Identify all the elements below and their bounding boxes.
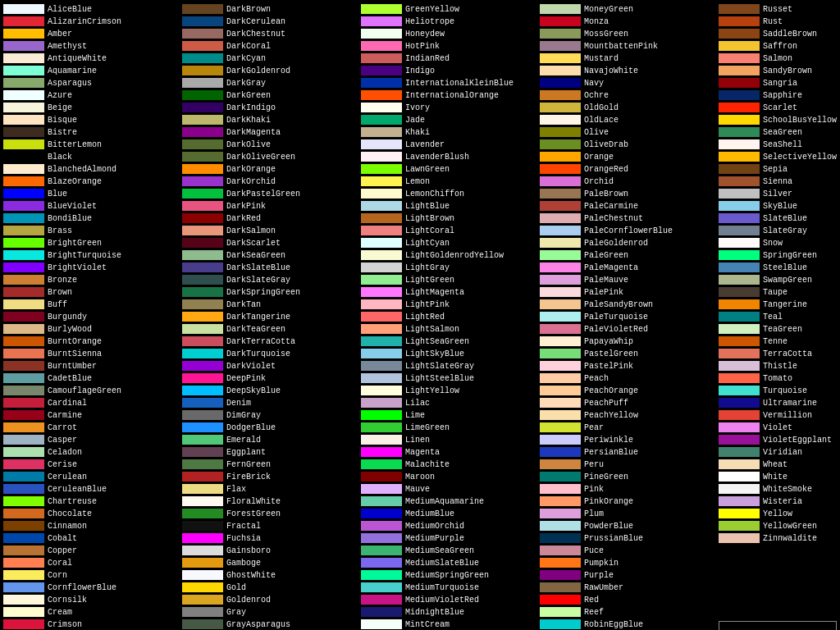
- color-item[interactable]: PaleBrown: [540, 188, 719, 199]
- color-item[interactable]: CadetBlue: [3, 372, 182, 384]
- color-item[interactable]: BurntUmber: [3, 360, 182, 372]
- color-item[interactable]: Heliotrope: [361, 16, 540, 27]
- color-item[interactable]: Fuchsia: [182, 532, 361, 544]
- color-item[interactable]: DarkTeaGreen: [182, 323, 361, 335]
- color-item[interactable]: LightGray: [361, 262, 540, 273]
- color-item[interactable]: LightSkyBlue: [361, 348, 540, 359]
- color-item[interactable]: PinkOrange: [540, 495, 719, 507]
- color-item[interactable]: Gray: [182, 606, 361, 618]
- color-item[interactable]: Silver: [719, 188, 837, 199]
- color-item[interactable]: DarkCyan: [182, 52, 361, 64]
- color-item[interactable]: Saffron: [719, 40, 837, 52]
- color-item[interactable]: LemonChiffon: [361, 188, 540, 199]
- color-item[interactable]: PapayaWhip: [540, 336, 719, 347]
- color-item[interactable]: Peach: [540, 372, 719, 384]
- color-item[interactable]: MediumSlateBlue: [361, 557, 540, 568]
- color-item[interactable]: Snow: [719, 237, 837, 249]
- color-item[interactable]: OldLace: [540, 114, 719, 126]
- color-item[interactable]: Wisteria: [719, 495, 837, 507]
- color-item[interactable]: SeaShell: [719, 139, 837, 150]
- color-item[interactable]: DarkOliveGreen: [182, 151, 361, 162]
- color-item[interactable]: Tomato: [719, 372, 837, 384]
- color-item[interactable]: DarkScarlet: [182, 237, 361, 249]
- color-item[interactable]: Chartreuse: [3, 495, 182, 507]
- color-item[interactable]: PaleTurquoise: [540, 311, 719, 322]
- color-item[interactable]: PaleSandyBrown: [540, 299, 719, 310]
- color-item[interactable]: Reef: [540, 606, 719, 618]
- color-item[interactable]: Aquamarine: [3, 65, 182, 76]
- color-item[interactable]: PaleMagenta: [540, 262, 719, 273]
- color-item[interactable]: Gamboge: [182, 557, 361, 568]
- color-item[interactable]: MossGreen: [540, 28, 719, 39]
- color-item[interactable]: Violet: [719, 422, 837, 433]
- color-item[interactable]: FernGreen: [182, 459, 361, 470]
- color-item[interactable]: Eggplant: [182, 446, 361, 458]
- color-item[interactable]: LightCoral: [361, 225, 540, 236]
- color-item[interactable]: Salmon: [719, 52, 837, 64]
- color-item[interactable]: Puce: [540, 545, 719, 556]
- color-item[interactable]: PaleCornflowerBlue: [540, 225, 719, 236]
- color-item[interactable]: ForestGreen: [182, 508, 361, 519]
- color-item[interactable]: BlueViolet: [3, 200, 182, 212]
- color-item[interactable]: OrangeRed: [540, 163, 719, 175]
- color-item[interactable]: Azure: [3, 89, 182, 101]
- color-item[interactable]: PeachOrange: [540, 385, 719, 396]
- color-item[interactable]: PersianBlue: [540, 446, 719, 458]
- color-item[interactable]: LightSlateGray: [361, 360, 540, 372]
- color-item[interactable]: LightSalmon: [361, 323, 540, 335]
- color-item[interactable]: MediumPurple: [361, 532, 540, 544]
- color-item[interactable]: MoneyGreen: [540, 3, 719, 15]
- color-item[interactable]: Cardinal: [3, 397, 182, 409]
- color-item[interactable]: DarkTan: [182, 299, 361, 310]
- color-item[interactable]: CamouflageGreen: [3, 385, 182, 396]
- color-item[interactable]: Sepia: [719, 163, 837, 175]
- color-item[interactable]: Lilac: [361, 397, 540, 409]
- color-item[interactable]: LightMagenta: [361, 286, 540, 298]
- color-item[interactable]: WhiteSmoke: [719, 483, 837, 495]
- color-item[interactable]: Linen: [361, 434, 540, 445]
- color-item[interactable]: Cream: [3, 606, 182, 618]
- color-item[interactable]: Amber: [3, 28, 182, 39]
- color-item[interactable]: YellowGreen: [719, 520, 837, 532]
- color-item[interactable]: Tangerine: [719, 299, 837, 310]
- color-item[interactable]: DarkGreen: [182, 89, 361, 101]
- color-item[interactable]: Brown: [3, 286, 182, 298]
- color-item[interactable]: GrayAsparagus: [182, 619, 361, 630]
- color-item[interactable]: Cerulean: [3, 471, 182, 482]
- color-item[interactable]: Cerise: [3, 459, 182, 470]
- color-item[interactable]: PaleGreen: [540, 249, 719, 261]
- color-item[interactable]: PaleVioletRed: [540, 323, 719, 335]
- color-item[interactable]: Indigo: [361, 65, 540, 76]
- color-item[interactable]: LightBrown: [361, 212, 540, 224]
- color-item[interactable]: Monza: [540, 16, 719, 27]
- color-item[interactable]: Bistre: [3, 126, 182, 138]
- color-item[interactable]: DarkOrchid: [182, 176, 361, 187]
- color-item[interactable]: Cobalt: [3, 532, 182, 544]
- color-item[interactable]: MountbattenPink: [540, 40, 719, 52]
- color-item[interactable]: DarkOrange: [182, 163, 361, 175]
- color-item[interactable]: Bisque: [3, 114, 182, 126]
- color-item[interactable]: LawnGreen: [361, 163, 540, 175]
- color-item[interactable]: Chocolate: [3, 508, 182, 519]
- color-item[interactable]: Ochre: [540, 89, 719, 101]
- color-item[interactable]: Jade: [361, 114, 540, 126]
- color-item[interactable]: Crimson: [3, 619, 182, 630]
- color-item[interactable]: LightGoldenrodYellow: [361, 249, 540, 261]
- color-item[interactable]: Mauve: [361, 483, 540, 495]
- color-item[interactable]: PaleGoldenrod: [540, 237, 719, 249]
- color-item[interactable]: DodgerBlue: [182, 422, 361, 433]
- color-item[interactable]: Tenne: [719, 336, 837, 347]
- color-item[interactable]: Orchid: [540, 176, 719, 187]
- color-item[interactable]: PineGreen: [540, 471, 719, 482]
- color-item[interactable]: DarkKhaki: [182, 114, 361, 126]
- color-item[interactable]: HotPink: [361, 40, 540, 52]
- color-item[interactable]: Carrot: [3, 422, 182, 433]
- color-item[interactable]: BurntSienna: [3, 348, 182, 359]
- color-item[interactable]: BrightViolet: [3, 262, 182, 273]
- color-item[interactable]: GhostWhite: [182, 569, 361, 581]
- color-item[interactable]: Rust: [719, 16, 837, 27]
- color-item[interactable]: Black: [3, 151, 182, 162]
- color-item[interactable]: PeachYellow: [540, 409, 719, 421]
- color-item[interactable]: FireBrick: [182, 471, 361, 482]
- color-item[interactable]: Lemon: [361, 176, 540, 187]
